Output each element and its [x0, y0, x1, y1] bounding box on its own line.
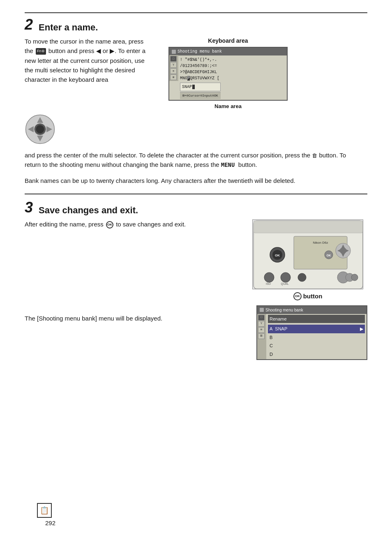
section-3-header: 3 Save changes and exit. [25, 200, 367, 217]
svg-rect-8 [254, 221, 363, 233]
svg-point-21 [351, 274, 358, 281]
multi-selector-row [25, 112, 363, 148]
menu-button-text: MENU [221, 162, 238, 168]
section-2: 2 Enter a name. To move the cursor in th… [25, 13, 367, 194]
lcd-icon-4: ⊠ [170, 74, 177, 80]
menu-rename-text: Rename [270, 316, 287, 321]
lcd-status-cursor: ⊞+⊙Cursor [182, 93, 200, 98]
lcd-chars-row2: /0123456789:;<= [180, 63, 221, 69]
menu-icon-2: Y [258, 321, 265, 327]
multi-selector-wrap [25, 114, 55, 148]
lcd-highlight-p: P [187, 76, 190, 81]
section-2-continued: and press the center of the multi select… [25, 150, 363, 170]
page-number-text: 292 [45, 519, 55, 526]
ok-label-text: button [303, 292, 323, 301]
lcd-title-icon [172, 50, 176, 54]
lcd-body: □ Y ≋ ⊠ ! "#$%&'()*+,-. /0123456789:;<= [169, 55, 287, 100]
lcd-status-ok: ⊙OK [212, 93, 218, 98]
para1-continued: and press the center of the multi select… [25, 152, 310, 159]
camera-body-image: OK Nikon D6z ISO QUAL [252, 219, 363, 289]
section-3-menu-wrap: Shooting menu bank □ Y ≋ ⊠ Rename [248, 305, 367, 360]
lcd-status-input: ⊙Input [200, 93, 212, 98]
ok-circle-icon: OK [293, 292, 302, 300]
svg-point-15 [281, 272, 291, 282]
name-area-label: Name area [168, 102, 288, 111]
lcd-title-text: Shooting menu bank [178, 48, 222, 55]
svg-point-16 [298, 273, 306, 282]
step-3-number: 3 [25, 200, 33, 215]
menu-item-c: C [268, 342, 365, 350]
ok-inline-icon: OK [106, 221, 113, 228]
multi-selector-svg [25, 114, 55, 145]
svg-text:OK: OK [275, 254, 280, 257]
lcd-icon-1: □ [170, 56, 177, 62]
menu-lcd-title-icon [260, 308, 264, 312]
ok-button-label: OK button [293, 292, 323, 301]
lcd-cursor [192, 85, 195, 89]
menu-item-c-letter: C [270, 342, 273, 349]
menu-lcd-body: □ Y ≋ ⊠ Rename A SNAP [257, 314, 367, 360]
lcd-content: ! "#$%&'()*+,-. /0123456789:;<= >?@ABCDE… [178, 55, 222, 100]
fn-button-icon: Fn⊚ [36, 48, 46, 55]
svg-point-6 [36, 125, 44, 133]
section-3-right: OK Nikon D6z ISO QUAL [248, 219, 367, 301]
lcd-chars-row4: MNOPQRSTUVWXYZ [ [180, 75, 221, 81]
section-3-bottom: The [Shooting menu bank] menu will be di… [25, 305, 367, 360]
menu-item-d-letter: D [270, 351, 273, 358]
section-3-para2: The [Shooting menu bank] menu will be di… [25, 314, 244, 323]
menu-item-a: A SNAP ▶ [268, 325, 365, 333]
menu-icon-3: ≋ [258, 327, 265, 333]
para1-final: button. [238, 161, 257, 168]
menu-item-a-arrow: ▶ [360, 325, 363, 332]
menu-lcd-icons: □ Y ≋ ⊠ [257, 314, 266, 360]
lcd-icon-3: ≋ [170, 68, 177, 74]
camera-svg: OK Nikon D6z ISO QUAL [253, 220, 363, 289]
bank-names-note: Bank names can be up to twenty character… [25, 176, 363, 185]
step-3-title: Save changes and exit. [39, 200, 138, 217]
lcd-chars-row3: >?@ABCDEFGHIJKL [180, 69, 221, 75]
svg-point-29 [340, 247, 346, 254]
menu-lcd-title: Shooting menu bank [257, 306, 367, 314]
step-2-number: 2 [25, 17, 33, 32]
lcd-left-icons: □ Y ≋ ⊠ [169, 55, 178, 81]
menu-icon-4: ⊠ [258, 333, 265, 339]
lcd-keyboard-screen: Shooting menu bank □ Y ≋ ⊠ [168, 47, 288, 101]
svg-text:Nikon D6z: Nikon D6z [313, 241, 328, 245]
section-3-body: After editing the name, press OK to save… [25, 219, 367, 301]
section-3: 3 Save changes and exit. After editing t… [25, 194, 367, 360]
para2-part1: After editing the name, press [25, 221, 104, 228]
keyboard-area-label: Keyboard area [168, 37, 288, 45]
lcd-row1: ! "#$%&'()*+,-. /0123456789:;<= >?@ABCDE… [180, 57, 221, 81]
menu-lcd-screen: Shooting menu bank □ Y ≋ ⊠ Rename [256, 305, 367, 360]
lcd-chars-row1: ! "#$%&'()*+,-. [180, 57, 221, 63]
menu-item-d: D [268, 350, 365, 359]
section-2-right: Keyboard area Shooting menu bank □ Y [156, 37, 288, 111]
lcd-name-row: SNAP [180, 83, 221, 91]
svg-text:ISO: ISO [266, 282, 271, 285]
para2-end: to save changes and exit. [116, 221, 186, 228]
lcd-title-bar: Shooting menu bank [169, 48, 287, 55]
section-3-para1: After editing the name, press OK to save… [25, 219, 244, 229]
note-icon: 📋 [37, 503, 52, 518]
section-2-paragraph: To move the cursor in the name area, pre… [25, 37, 156, 84]
page: 2 Enter a name. To move the cursor in th… [0, 0, 392, 540]
step-2-title: Enter a name. [39, 17, 98, 34]
menu-item-a-name: SNAP [275, 325, 360, 332]
svg-text:QUAL: QUAL [281, 282, 288, 286]
svg-text:OK: OK [327, 254, 331, 257]
menu-lcd-content: Rename A SNAP ▶ B [266, 314, 367, 360]
lcd-status-bar: ⊞+⊙Cursor ⊙Input ⊙OK [180, 92, 221, 99]
section-2-header: 2 Enter a name. [25, 17, 367, 34]
lcd-name-text: SNAP [182, 84, 192, 90]
page-number: 292 [45, 519, 55, 528]
trash-icon: 🗑 [312, 152, 317, 160]
lcd-icon-2: Y [170, 62, 177, 68]
menu-icon-1: □ [258, 315, 265, 321]
svg-point-14 [264, 272, 274, 282]
menu-item-a-letter: A [270, 325, 272, 332]
menu-lcd-title-text: Shooting menu bank [265, 307, 303, 313]
menu-item-b: B [268, 333, 365, 342]
menu-item-b-letter: B [270, 334, 272, 341]
menu-rename-item: Rename [268, 315, 365, 323]
section-2-inner: To move the cursor in the name area, pre… [25, 37, 367, 185]
